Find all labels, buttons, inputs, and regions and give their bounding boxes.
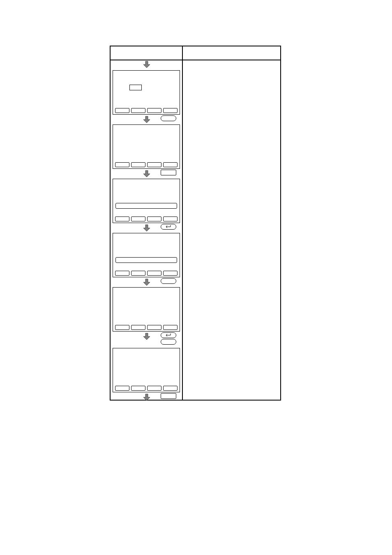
header-operation-label: [111, 46, 182, 53]
softkey-button[interactable]: [163, 216, 178, 221]
softkey-button[interactable]: [115, 162, 129, 167]
softkey-button[interactable]: [163, 325, 178, 330]
display-screen-step-2: [113, 124, 180, 169]
softkey-button[interactable]: [147, 162, 161, 167]
cell-description: [182, 60, 281, 400]
table-body-row: [110, 60, 281, 400]
softkey-button[interactable]: [163, 162, 178, 167]
softkey-button[interactable]: [147, 271, 161, 276]
display-screen-step-6: [113, 348, 180, 392]
display-screen-step-4: [113, 233, 180, 277]
action-button[interactable]: [161, 339, 176, 345]
enter-button[interactable]: [161, 332, 176, 338]
arrow-down-icon: [143, 60, 151, 69]
input-field[interactable]: [115, 257, 177, 263]
softkey-row: [114, 162, 178, 167]
arrow-down-icon: [143, 224, 151, 232]
header-description-label: [183, 46, 280, 53]
softkey-button[interactable]: [115, 325, 129, 330]
softkey-button[interactable]: [147, 108, 161, 113]
softkey-row: [114, 271, 178, 276]
softkey-button[interactable]: [115, 216, 129, 221]
procedure-table: [110, 46, 281, 401]
softkey-row: [114, 108, 178, 113]
cell-steps: [110, 60, 182, 400]
softkey-button[interactable]: [147, 325, 161, 330]
softkey-button[interactable]: [131, 108, 145, 113]
softkey-button[interactable]: [131, 216, 145, 221]
softkey-button[interactable]: [131, 271, 145, 276]
input-field[interactable]: [115, 203, 177, 209]
steps-column: [111, 60, 182, 400]
action-button[interactable]: [161, 115, 176, 121]
display-screen-step-3: [113, 179, 180, 223]
softkey-button[interactable]: [131, 386, 145, 391]
action-button[interactable]: [161, 393, 176, 399]
softkey-button[interactable]: [131, 162, 145, 167]
arrow-down-icon: [143, 278, 151, 286]
softkey-button[interactable]: [115, 386, 129, 391]
header-operation: [110, 46, 182, 60]
display-screen-step-1: [113, 70, 180, 115]
arrow-down-icon: [143, 115, 151, 124]
table-header-row: [110, 46, 281, 60]
enter-icon: [165, 224, 172, 228]
softkey-button[interactable]: [115, 108, 129, 113]
softkey-button[interactable]: [163, 108, 178, 113]
softkey-row: [114, 386, 178, 391]
action-button[interactable]: [161, 170, 176, 175]
indicator-icon: [129, 85, 142, 90]
softkey-button[interactable]: [115, 271, 129, 276]
softkey-button[interactable]: [147, 216, 161, 221]
display-screen-step-5: [113, 287, 180, 332]
softkey-button[interactable]: [163, 271, 178, 276]
arrow-down-icon: [143, 332, 151, 341]
arrow-down-icon: [143, 393, 151, 401]
header-description: [182, 46, 281, 60]
action-button[interactable]: [161, 278, 176, 284]
softkey-row: [114, 216, 178, 221]
softkey-button[interactable]: [163, 386, 178, 391]
softkey-button[interactable]: [147, 386, 161, 391]
softkey-button[interactable]: [131, 325, 145, 330]
page: [0, 0, 392, 555]
arrow-down-icon: [143, 170, 151, 178]
enter-button[interactable]: [161, 224, 176, 230]
enter-icon: [165, 333, 172, 336]
softkey-row: [114, 325, 178, 330]
